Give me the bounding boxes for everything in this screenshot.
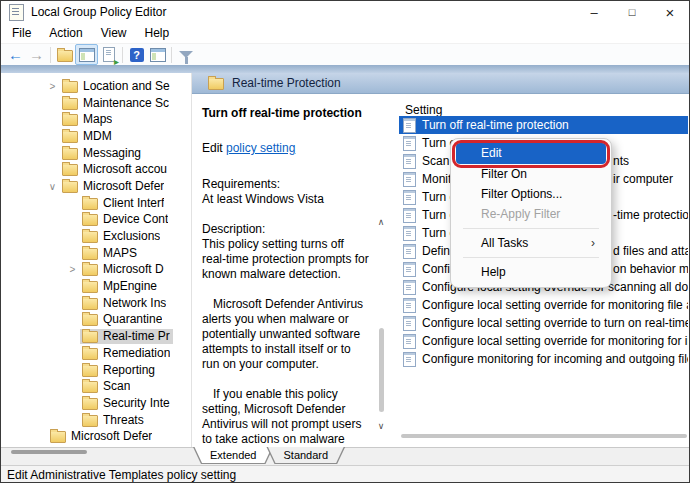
tree-horizontal-scrollbar[interactable] [11,450,87,454]
menu-bar-item[interactable]: View [92,24,136,42]
policy-setting-link[interactable]: policy setting [226,141,295,155]
edit-policy-line: Edit policy setting [202,141,369,156]
folder-icon [82,348,98,360]
tree-item-label: Network Ins [103,296,166,310]
tree-item[interactable]: Security Inte [1,395,191,412]
detail-scrollbar: ∧ ∨ [374,216,388,432]
folder-icon [50,431,66,443]
forward-icon[interactable] [26,45,47,64]
menu-bar-item[interactable]: Help [136,24,179,42]
tree-item[interactable]: Quarantine [1,312,191,329]
export-list-icon[interactable] [98,45,119,64]
tree-item[interactable]: MDM [1,128,191,145]
tree-item-label: Maintenance Sc [83,96,169,110]
folder-icon [82,381,98,393]
setting-row[interactable]: Turn off real-time protection [399,116,688,134]
context-menu-item[interactable]: Filter On [456,164,606,184]
menu-bar-item[interactable]: Action [40,24,91,42]
toolbar-separator [171,47,172,63]
tree-item-label: Microsoft Defer [83,179,164,193]
policy-detail-pane: Turn off real-time protection Edit polic… [192,94,393,447]
tree-item[interactable]: Device Cont [1,212,191,229]
filter-icon[interactable] [175,45,196,64]
chevron-icon[interactable]: ∨ [45,181,60,192]
document-icon [403,352,416,367]
tree-item[interactable]: Exclusions [1,228,191,245]
setting-row[interactable]: Configure local setting override to turn… [399,314,688,332]
tree-item[interactable]: MpEngine [1,278,191,295]
scroll-down-icon[interactable]: ∨ [374,420,388,432]
back-icon[interactable] [5,45,26,64]
view-tab-label: Extended [210,449,256,461]
tree-item[interactable]: Maintenance Sc [1,95,191,112]
setting-row-label: Configure local setting override to turn… [422,316,688,330]
minimize-button[interactable]: – [575,1,613,23]
title-bar: Local Group Policy Editor – □ × [1,1,689,23]
setting-row[interactable]: Configure monitoring for incoming and ou… [399,350,688,368]
folder-icon [62,81,78,93]
tree-item-label: Scan [103,379,130,393]
folder-icon [82,314,98,326]
tree-item[interactable]: ∨ Microsoft Defer [1,178,191,195]
setting-row-label-continued: d files and attach [613,242,688,260]
maximize-button[interactable]: □ [613,1,651,23]
menu-bar: FileActionViewHelp [1,23,689,43]
chevron-icon[interactable]: > [65,264,80,275]
tree-item-label: Quarantine [103,312,162,326]
document-icon [403,136,416,151]
help-icon[interactable] [126,45,147,64]
context-menu-item[interactable]: Filter Options... [456,184,606,204]
view-tab[interactable]: Standard [266,447,345,464]
tree-item[interactable]: Scan [1,378,191,395]
setting-row-label-continued: ir computer [613,170,673,188]
folder-icon [208,78,224,90]
setting-row-label: Turn off real-time protection [422,118,569,132]
tree-item-label: Location and Se [83,79,170,93]
setting-column-header[interactable]: Setting [399,94,688,116]
setting-row[interactable]: Configure local setting override for mon… [399,296,688,314]
scroll-up-icon[interactable]: ∧ [374,216,388,228]
tree-item[interactable]: > Location and Se [1,78,191,95]
context-menu-item[interactable]: Edit [456,143,606,164]
menu-bar-item[interactable]: File [3,24,40,42]
tree-item[interactable]: Microsoft Defer [1,428,191,445]
context-menu-item-label: All Tasks [481,236,528,250]
tree-item[interactable]: > Microsoft D [1,262,191,279]
tree-item[interactable]: Reporting [1,362,191,379]
tree-item-label: MDM [83,129,112,143]
setting-row[interactable]: Configure local setting override for mon… [399,332,688,350]
tree-item-label: Exclusions [103,229,160,243]
scrollbar-thumb[interactable] [379,328,384,412]
chevron-icon[interactable]: > [45,81,60,92]
new-window-icon[interactable] [147,45,168,64]
tree-item[interactable]: MAPS [1,245,191,262]
context-menu-item[interactable]: All Tasks › [456,233,606,253]
context-menu-item-label: Edit [481,146,502,160]
up-one-level-icon[interactable] [54,45,75,64]
tree-item[interactable]: Client Interf [1,195,191,212]
view-tab[interactable]: Extended [193,447,273,464]
close-button[interactable]: × [651,1,689,23]
tree-item-label: Real-time Pr [103,329,170,343]
list-horizontal-scrollbar[interactable] [401,434,687,438]
tree-item[interactable]: Messaging [1,145,191,162]
tree-item[interactable]: Maps [1,111,191,128]
description-label: Description: [202,222,369,237]
tree-item[interactable]: Real-time Pr [1,328,191,345]
tree-item-label: Microsoft accou [83,162,167,176]
show-console-tree-icon[interactable] [75,44,98,65]
tree-item[interactable]: Microsoft accou [1,161,191,178]
context-menu-item[interactable]: Help [456,262,606,282]
content-top-band [1,65,689,73]
document-icon [403,262,416,277]
setting-row-label-continued: nts [613,152,629,170]
tree-item-label: Security Inte [103,396,170,410]
context-menu-item-label: Filter Options... [481,187,562,201]
folder-icon [62,131,78,143]
tree-item[interactable]: Threats [1,412,191,429]
results-pane-header: Real-time Protection [192,73,689,94]
tree-item[interactable]: Remediation [1,345,191,362]
toolbar [1,43,689,66]
setting-row-label: Configure local setting override for mon… [422,298,688,312]
tree-item[interactable]: Network Ins [1,295,191,312]
